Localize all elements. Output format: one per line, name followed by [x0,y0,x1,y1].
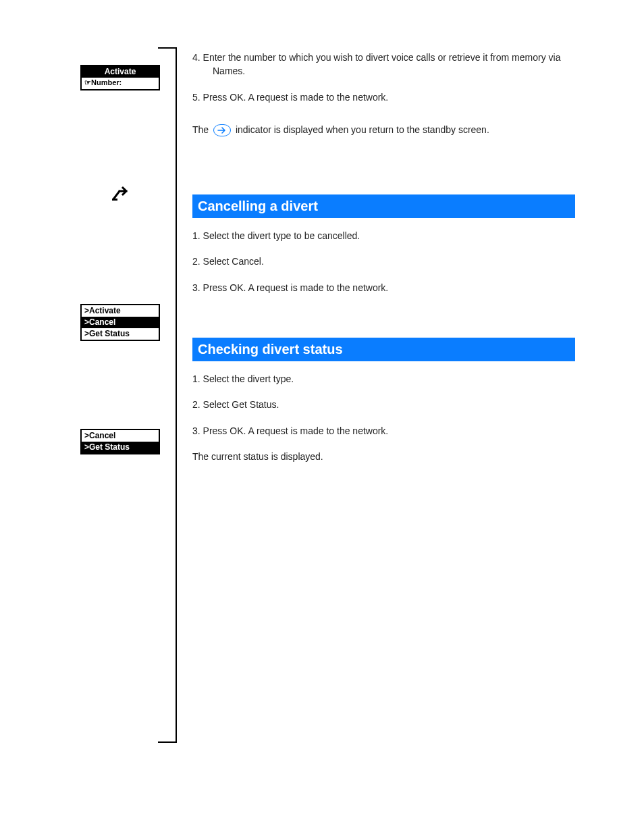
menu-item-cancel: >Cancel [82,317,159,328]
status-step-1: 1. Select the divert type. [192,372,581,386]
pointer-icon: ☞ [84,78,91,86]
divert-indicator-icon [111,186,129,206]
status-step-3: 3. Press OK. A request is made to the ne… [192,424,581,438]
sidebar: Activate ☞Number: >Activate >Cancel >Get… [78,47,169,743]
step-5: 5. Press OK. A request is made to the ne… [192,90,581,104]
svg-rect-0 [112,199,117,201]
heading-check-status: Checking divert status [192,338,575,361]
menu-item-get-status: >Get Status [82,442,159,453]
menu-item-get-status: >Get Status [82,328,159,340]
phone-screen-cancel: >Activate >Cancel >Get Status [80,304,160,341]
nav-right-icon [213,124,231,136]
step-4: 4. Enter the number to which you wish to… [192,51,581,78]
cancel-step-1: 1. Select the divert type to be cancelle… [192,229,581,242]
section-divider [176,47,177,743]
main-content: 4. Enter the number to which you wish to… [192,51,581,475]
phone-screen-get-status: >Cancel >Get Status [80,429,160,454]
phone-screen-activate: Activate ☞Number: [80,65,160,90]
menu-item-activate: >Activate [82,305,159,317]
prompt-number: ☞Number: [82,78,159,89]
status-step-2: 2. Select Get Status. [192,398,581,411]
cancel-step-2: 2. Select Cancel. [192,255,581,268]
cancel-step-3: 3. Press OK. A request is made to the ne… [192,281,581,294]
menu-item-cancel: >Cancel [82,430,159,442]
menu-item-activate: Activate [82,66,159,78]
heading-cancel-divert: Cancelling a divert [192,194,575,218]
status-note: The current status is displayed. [192,450,581,463]
indicator-note: The indicator is displayed when you retu… [192,123,581,136]
